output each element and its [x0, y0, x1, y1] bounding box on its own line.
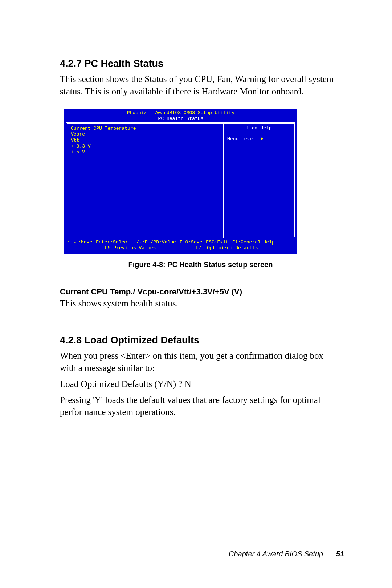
- bios-title: Phoenix - AwardBIOS CMOS Setup Utility P…: [65, 109, 297, 123]
- bios-right-body: Menu Level: [224, 133, 294, 145]
- footer-page-number: 51: [336, 550, 344, 558]
- page-content: 4.2.7 PC Health Status This section show…: [0, 0, 392, 418]
- bios-footer-row1: ↑↓→←:Move Enter:Select +/-/PU/PD:Value F…: [67, 239, 295, 245]
- bios-left-panel: Current CPU Temperature Vcore Vtt + 3.3 …: [66, 122, 224, 238]
- bios-key-pupd: +/-/PU/PD:Value: [134, 239, 176, 245]
- footer-chapter: Chapter 4 Award BIOS Setup: [229, 550, 323, 558]
- bios-item: Vtt: [71, 138, 219, 144]
- bios-screenshot: Phoenix - AwardBIOS CMOS Setup Utility P…: [64, 109, 297, 254]
- bios-right-panel: Item Help Menu Level: [224, 122, 295, 238]
- section-428-p2: Load Optimized Defaults (Y/N) ? N: [60, 378, 341, 390]
- bios-footer-row2: F5:Previous Values F7: Optimized Default…: [67, 245, 295, 251]
- bios-item: Vcore: [71, 132, 219, 137]
- section-heading-428: 4.2.8 Load Optimized Defaults: [60, 335, 341, 346]
- bios-key-f1: F1:General Help: [232, 239, 275, 245]
- bios-footer: ↑↓→←:Move Enter:Select +/-/PU/PD:Value F…: [65, 238, 297, 254]
- section-para-427: This section shows the Status of you CPU…: [60, 73, 341, 98]
- bios-help-header: Item Help: [224, 124, 294, 133]
- bios-key-move: ↑↓→←:Move: [67, 239, 92, 245]
- section-428-p3: Pressing 'Y' loads the default values th…: [60, 394, 341, 419]
- bios-title-line2: PC Health Status: [158, 116, 204, 121]
- section-428: 4.2.8 Load Optimized Defaults When you p…: [60, 335, 341, 418]
- page-footer: Chapter 4 Award BIOS Setup 51: [229, 550, 344, 558]
- figure-caption: Figure 4-8: PC Health Status setup scree…: [60, 261, 341, 269]
- bios-key-f7: F7: Optimized Defaults: [196, 245, 258, 251]
- bios-panels: Current CPU Temperature Vcore Vtt + 3.3 …: [66, 122, 295, 238]
- bios-item: + 5 V: [71, 149, 219, 155]
- bios-item: Current CPU Temperature: [71, 126, 219, 132]
- bios-key-f5: F5:Previous Values: [105, 245, 196, 251]
- bios-item: + 3.3 V: [71, 144, 219, 149]
- section-heading-427: 4.2.7 PC Health Status: [60, 58, 341, 69]
- bios-key-esc: ESC:Exit: [206, 239, 228, 245]
- bios-key-enter: Enter:Select: [96, 239, 130, 245]
- triangle-right-icon: [261, 137, 263, 141]
- bios-title-line1: Phoenix - AwardBIOS CMOS Setup Utility: [127, 110, 234, 116]
- bios-key-f10: F10:Save: [180, 239, 202, 245]
- section-428-p1: When you press <Enter> on this item, you…: [60, 350, 341, 374]
- bios-menu-level-label: Menu Level: [227, 136, 256, 142]
- subsection-heading: Current CPU Temp./ Vcpu-core/Vtt/+3.3V/+…: [60, 287, 341, 297]
- subsection-text: This shows system health status.: [60, 297, 341, 310]
